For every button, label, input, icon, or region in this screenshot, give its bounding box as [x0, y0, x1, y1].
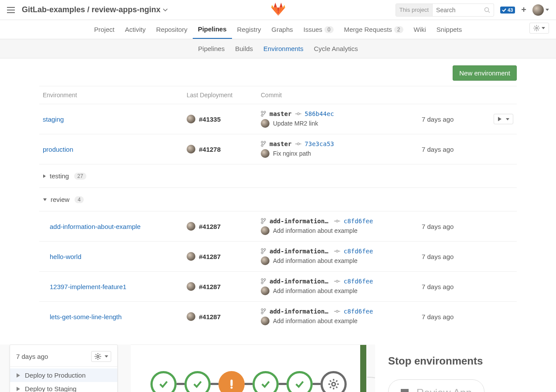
table-row: production #41278 master73e3ca53 Fix ngi…: [39, 134, 517, 164]
subtab-builds[interactable]: Builds: [230, 45, 258, 52]
svg-rect-2: [7, 12, 15, 13]
avatar-icon: [187, 312, 195, 321]
commit-sha[interactable]: 73e3ca53: [305, 140, 334, 147]
search-icon[interactable]: [481, 7, 494, 13]
svg-point-28: [261, 222, 263, 224]
environment-link[interactable]: 12397-implement-feature1: [50, 283, 126, 290]
caret-down-icon: [506, 118, 509, 120]
table-header: Environment Last Deployment Commit: [39, 86, 517, 104]
environment-link[interactable]: lets-get-some-line-length: [50, 313, 122, 320]
environment-link[interactable]: staging: [43, 116, 64, 123]
environment-link[interactable]: add-information-about-example: [50, 223, 140, 230]
folder-testing[interactable]: testing 27: [39, 164, 517, 187]
todos-badge[interactable]: 43: [500, 7, 515, 14]
caret-down-icon: [105, 355, 108, 358]
environment-link[interactable]: hello-world: [50, 253, 82, 260]
header-right: This project 43 +: [396, 3, 549, 17]
folder-review[interactable]: review 4: [39, 187, 517, 211]
tab-snippets[interactable]: Snippets: [431, 20, 467, 39]
branch-name[interactable]: master: [269, 140, 292, 147]
svg-rect-1: [7, 10, 15, 10]
subtab-pipelines[interactable]: Pipelines: [193, 45, 230, 52]
tab-activity[interactable]: Activity: [119, 20, 151, 39]
primary-nav: Project Activity Repository Pipelines Re…: [0, 20, 556, 39]
deploy-actions-button[interactable]: [494, 114, 513, 124]
new-environment-button[interactable]: New environment: [453, 65, 517, 81]
folder-count: 27: [74, 173, 86, 180]
deployment-id[interactable]: #41287: [199, 223, 221, 230]
tab-registry[interactable]: Registry: [232, 20, 266, 39]
gitlab-logo-icon[interactable]: [271, 2, 286, 16]
branch-name[interactable]: add-information-a…: [269, 218, 331, 225]
tab-graphs[interactable]: Graphs: [266, 20, 298, 39]
tab-pipelines[interactable]: Pipelines: [193, 20, 232, 39]
deployment-id[interactable]: #41287: [199, 313, 221, 320]
svg-line-11: [538, 30, 539, 31]
svg-point-61: [231, 386, 233, 389]
col-commit: Commit: [261, 92, 422, 99]
tab-issues[interactable]: Issues0: [298, 20, 339, 39]
svg-line-4: [488, 11, 490, 13]
branch-name[interactable]: add-information-a…: [269, 308, 331, 315]
svg-line-69: [336, 380, 338, 382]
branch-name[interactable]: master: [269, 110, 292, 117]
branch-name[interactable]: add-information-a…: [269, 248, 331, 255]
search-input[interactable]: [433, 7, 481, 14]
breadcrumb[interactable]: GitLab-examples / review-apps-nginx: [22, 5, 167, 14]
deployment-id[interactable]: #41335: [199, 116, 221, 123]
search-scope[interactable]: This project: [396, 4, 433, 16]
subtab-cycle-analytics[interactable]: Cycle Analytics: [309, 45, 363, 52]
avatar-icon: [261, 226, 269, 235]
tab-merge-requests[interactable]: Merge Requests2: [339, 20, 409, 39]
commit-sha[interactable]: 586b44ec: [305, 110, 334, 117]
avatar-icon: [187, 222, 195, 231]
branch-icon: [261, 308, 266, 314]
branch-icon: [261, 278, 266, 284]
folder-label: testing: [50, 172, 69, 180]
user-menu[interactable]: [532, 4, 549, 16]
commit-sha[interactable]: c8fd6fee: [344, 218, 373, 225]
review-app-pill[interactable]: Review App: [388, 379, 484, 392]
branch-name[interactable]: add-information-a…: [269, 278, 331, 285]
deployment-id[interactable]: #41287: [199, 283, 221, 290]
menu-item-deploy-staging[interactable]: Deploy to Staging: [10, 382, 117, 392]
status-success-icon: [252, 371, 279, 392]
col-last-deployment: Last Deployment: [187, 92, 261, 99]
caret-right-icon: [43, 174, 46, 178]
svg-point-33: [264, 249, 266, 250]
avatar-icon: [261, 256, 269, 265]
deployment-id[interactable]: #41287: [199, 253, 221, 260]
project-settings-dropdown[interactable]: [529, 23, 549, 34]
svg-point-44: [261, 309, 263, 310]
subtab-environments[interactable]: Environments: [258, 45, 309, 52]
tab-repository[interactable]: Repository: [151, 20, 193, 39]
svg-line-58: [96, 358, 96, 359]
svg-point-22: [261, 145, 263, 147]
breadcrumb-text: GitLab-examples / review-apps-nginx: [22, 5, 160, 14]
menu-item-deploy-production[interactable]: Deploy to Production: [10, 368, 117, 382]
svg-point-17: [297, 113, 299, 115]
plus-icon[interactable]: +: [521, 5, 526, 15]
commit-sha[interactable]: c8fd6fee: [344, 248, 373, 255]
deployment-id[interactable]: #41278: [199, 146, 221, 153]
avatar-icon: [187, 252, 195, 261]
deployment-time: 7 days ago: [422, 116, 487, 123]
top-header: GitLab-examples / review-apps-nginx This…: [0, 0, 556, 20]
commit-sha[interactable]: c8fd6fee: [344, 278, 373, 285]
chevron-down-icon: [163, 9, 167, 11]
commit-sha[interactable]: c8fd6fee: [344, 308, 373, 315]
status-manual-icon: [321, 371, 347, 392]
hamburger-menu-icon[interactable]: [7, 7, 15, 13]
environment-link[interactable]: production: [43, 146, 73, 153]
svg-point-21: [264, 141, 266, 143]
commit-message: Update MR2 link: [273, 120, 318, 127]
svg-point-32: [261, 249, 263, 250]
dropdown-gear-button[interactable]: [91, 351, 111, 362]
avatar-icon: [532, 4, 544, 16]
svg-line-67: [330, 380, 331, 382]
status-warning-icon: [218, 371, 245, 392]
svg-rect-0: [7, 7, 15, 8]
commit-icon: [295, 142, 301, 146]
tab-wiki[interactable]: Wiki: [409, 20, 431, 39]
tab-project[interactable]: Project: [89, 20, 120, 39]
